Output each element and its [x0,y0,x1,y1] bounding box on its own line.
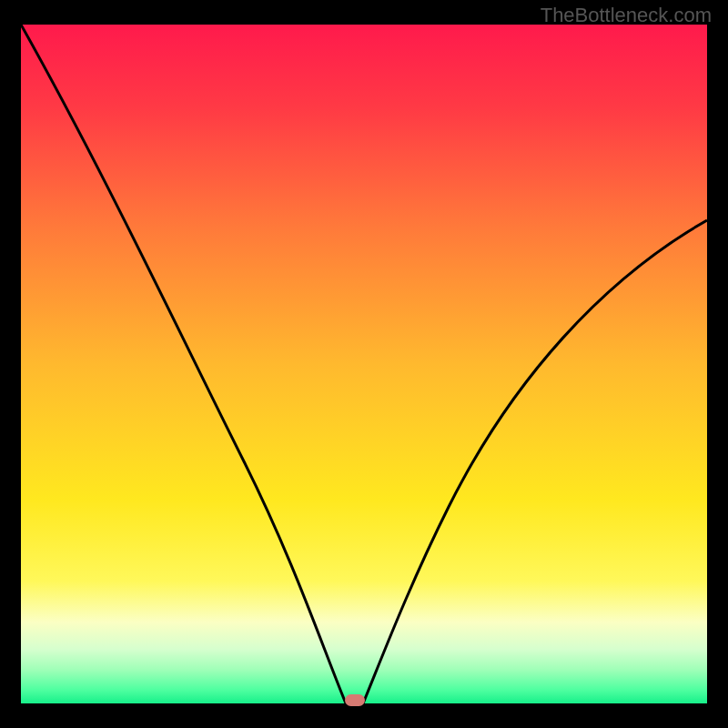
optimum-marker [345,694,365,706]
watermark-text: TheBottleneck.com [541,4,712,27]
plot-area [21,25,707,703]
chart-container: TheBottleneck.com [0,0,728,728]
gradient-background [21,25,707,703]
bottleneck-curve-chart [21,25,707,703]
